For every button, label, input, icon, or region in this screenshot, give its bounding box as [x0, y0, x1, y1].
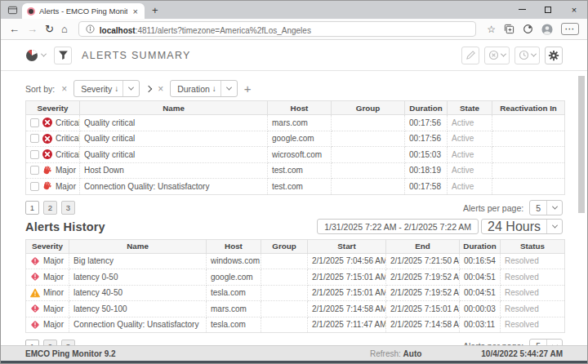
- col-severity[interactable]: Severity: [26, 101, 80, 115]
- refresh-button[interactable]: ↻: [45, 24, 54, 34]
- col-start[interactable]: Start: [308, 239, 386, 253]
- vertical-scrollbar[interactable]: [578, 76, 585, 213]
- severity-icon: [30, 320, 40, 330]
- browser-menu-button[interactable]: ···: [561, 23, 579, 35]
- alert-status: Resolved: [501, 285, 565, 301]
- row-checkbox[interactable]: [30, 118, 39, 127]
- settings-button[interactable]: [545, 47, 563, 64]
- alerts-per-page-select[interactable]: 5: [529, 339, 563, 346]
- chart-view-button[interactable]: [25, 49, 46, 62]
- page-button[interactable]: 3: [61, 201, 75, 215]
- alert-row[interactable]: Major Connection Quality: Unsatisfactory…: [26, 179, 565, 195]
- alert-row[interactable]: Critical Quality critical google.com 00:…: [26, 131, 565, 147]
- history-header-row: Alerts History 1/31/2025 7:22 AM - 2/1/2…: [25, 218, 563, 236]
- severity-label: Major: [56, 166, 76, 175]
- snooze-alert-button[interactable]: [514, 47, 540, 64]
- page-button[interactable]: 2: [43, 201, 57, 215]
- col-name[interactable]: Name: [69, 239, 207, 253]
- window-maximize-button[interactable]: [535, 1, 561, 18]
- alert-group: [261, 317, 308, 333]
- col-end[interactable]: End: [386, 239, 460, 253]
- row-checkbox[interactable]: [30, 134, 39, 143]
- row-checkbox[interactable]: [30, 182, 39, 191]
- edit-button[interactable]: [461, 47, 479, 64]
- refresh-value[interactable]: Auto: [403, 349, 422, 358]
- browser-essentials-icon[interactable]: [523, 24, 533, 34]
- sort-chip-severity[interactable]: Severity ↓: [74, 80, 140, 97]
- severity-label: Critical: [56, 134, 80, 143]
- sort-chip-duration[interactable]: Duration ↓: [170, 80, 238, 97]
- col-reactivation[interactable]: Reactivation In: [492, 101, 565, 115]
- page-button[interactable]: 2: [43, 340, 57, 346]
- chevron-down-icon: [128, 85, 134, 91]
- back-button[interactable]: ←: [9, 24, 20, 34]
- page-button[interactable]: 1: [25, 201, 39, 215]
- alert-start: 2/1/2025 7:11:47 AM: [308, 317, 386, 333]
- remove-sort-icon[interactable]: ×: [158, 84, 163, 94]
- severity-icon: [30, 256, 40, 266]
- browser-tab[interactable]: Alerts - EMCO Ping Monitor ×: [22, 3, 145, 19]
- remove-sort-icon[interactable]: ×: [61, 84, 67, 94]
- col-group[interactable]: Group: [261, 239, 308, 253]
- history-row[interactable]: Major Connection Quality: Unsatisfactory…: [26, 317, 565, 333]
- alert-name: latency 0-50: [69, 269, 207, 286]
- alerts-summary-table: Severity Name Host Group Duration State …: [25, 100, 565, 195]
- history-row[interactable]: Major Big latency windows.com 2/1/2025 7…: [26, 253, 565, 269]
- home-button[interactable]: ⌂: [61, 24, 68, 34]
- refresh-label: Refresh:: [370, 349, 401, 358]
- col-duration[interactable]: Duration: [405, 101, 448, 115]
- col-severity[interactable]: Severity: [26, 239, 69, 253]
- sort-chip-dropdown[interactable]: [221, 87, 237, 91]
- page-info-icon[interactable]: [86, 24, 95, 33]
- filter-button[interactable]: [54, 47, 72, 64]
- sort-direction-icon[interactable]: ↓: [114, 84, 122, 93]
- alerts-per-page-select[interactable]: 5: [529, 200, 563, 215]
- row-checkbox[interactable]: [30, 166, 39, 175]
- sort-direction-icon[interactable]: ↓: [212, 84, 220, 93]
- col-duration[interactable]: Duration: [460, 239, 501, 253]
- col-name[interactable]: Name: [80, 101, 268, 115]
- alert-row[interactable]: Critical Quality critical wicrosoft.com …: [26, 147, 565, 163]
- profile-avatar[interactable]: [541, 24, 553, 35]
- alert-name: Connection Quality: Unsatisfactory: [80, 179, 268, 195]
- alert-row[interactable]: Major Host Down test.com 00:18:19 Active: [26, 162, 565, 179]
- alert-row[interactable]: Critical Quality critical mars.com 00:17…: [26, 115, 565, 131]
- sort-chip-dropdown[interactable]: [123, 87, 139, 91]
- chevron-down-icon: [551, 204, 557, 210]
- add-sort-button[interactable]: +: [244, 82, 252, 95]
- range-preset-select[interactable]: 24 Hours: [481, 219, 563, 234]
- alert-name: latency 40-50: [69, 285, 207, 301]
- alert-duration: 00:17:56: [405, 115, 448, 131]
- window-close-button[interactable]: ×: [561, 1, 587, 18]
- col-status[interactable]: Status: [501, 239, 565, 253]
- col-host[interactable]: Host: [268, 101, 332, 115]
- new-tab-button[interactable]: +: [152, 4, 158, 16]
- favorites-icon[interactable]: ☆: [487, 24, 496, 35]
- col-state[interactable]: State: [448, 101, 492, 115]
- collections-icon[interactable]: [504, 24, 514, 34]
- alert-duration: 00:15:03: [405, 147, 448, 163]
- page-button[interactable]: 3: [61, 340, 75, 346]
- col-group[interactable]: Group: [332, 101, 405, 115]
- alert-host: mars.com: [207, 301, 261, 317]
- alert-state: Active: [448, 147, 492, 163]
- alert-state: Active: [448, 115, 492, 131]
- alert-name: Host Down: [80, 162, 268, 179]
- deactivate-alert-button[interactable]: [484, 47, 510, 64]
- alert-name: Quality critical: [80, 115, 268, 131]
- history-row[interactable]: Minor latency 40-50 tesla.com 2/1/2025 7…: [26, 285, 565, 301]
- date-range-picker[interactable]: 1/31/2025 7:22 AM - 2/1/2025 7:22 AM: [317, 219, 479, 234]
- minimize-icon: [519, 9, 526, 10]
- tab-actions-button[interactable]: [5, 3, 20, 16]
- forward-button[interactable]: →: [27, 24, 38, 34]
- url-bar[interactable]: localhost:4811/alerts?timezone=America%2…: [78, 21, 476, 37]
- history-row[interactable]: Major latency 50-100 mars.com 2/1/2025 7…: [26, 301, 565, 317]
- alert-reactivation: [492, 115, 565, 131]
- col-host[interactable]: Host: [207, 239, 261, 253]
- history-row[interactable]: Major latency 0-50 google.com 2/1/2025 7…: [26, 269, 565, 286]
- window-minimize-button[interactable]: [509, 1, 535, 18]
- row-checkbox[interactable]: [30, 150, 39, 159]
- tab-close-icon[interactable]: ×: [131, 7, 140, 16]
- page-button[interactable]: 1: [25, 340, 39, 346]
- alert-duration: 00:04:51: [460, 269, 501, 286]
